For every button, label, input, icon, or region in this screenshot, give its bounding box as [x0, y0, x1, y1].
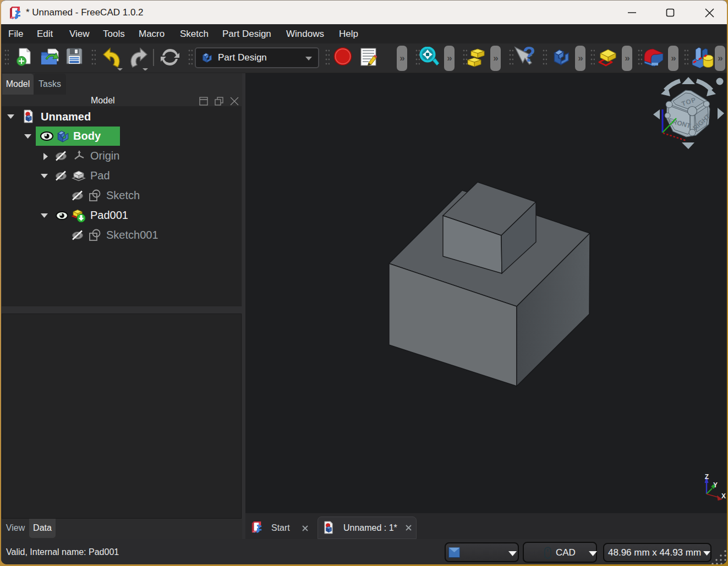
svg-text:X: X [721, 492, 726, 500]
svg-text:?: ? [523, 46, 535, 66]
svg-text:Z: Z [705, 473, 709, 481]
svg-text:Y: Y [713, 481, 718, 489]
